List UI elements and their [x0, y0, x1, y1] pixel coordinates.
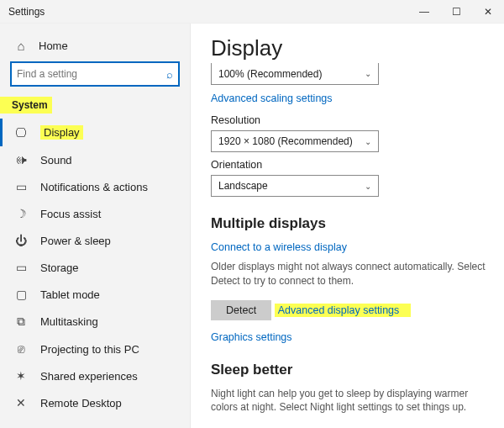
sleep-better-heading: Sleep better: [211, 362, 487, 378]
scale-value: 100% (Recommended): [218, 68, 322, 80]
focus-assist-icon: ☽: [13, 207, 29, 220]
sidebar-item-remote-desktop[interactable]: ✕ Remote Desktop: [0, 389, 190, 416]
connect-wireless-link[interactable]: Connect to a wireless display: [211, 241, 347, 253]
advanced-display-settings-link[interactable]: Advanced display settings: [275, 304, 411, 317]
sidebar-item-label: Remote Desktop: [40, 397, 122, 410]
power-icon: ⏻: [13, 234, 29, 247]
search-wrap: ⌕: [0, 61, 190, 97]
sidebar-item-label: Shared experiences: [40, 370, 138, 383]
orientation-value: Landscape: [218, 180, 268, 192]
home-label: Home: [39, 40, 68, 52]
main-panel: Display 100% (Recommended) ⌄ Advanced sc…: [191, 24, 504, 428]
home-button[interactable]: ⌂ Home: [0, 34, 190, 61]
page-title: Display: [211, 35, 487, 61]
sidebar-item-sound[interactable]: 🕪 Sound: [0, 146, 190, 173]
resolution-combo[interactable]: 1920 × 1080 (Recommended) ⌄: [211, 130, 379, 152]
sidebar-item-label: Display: [40, 125, 83, 140]
graphics-settings-link[interactable]: Graphics settings: [211, 331, 292, 343]
sidebar-item-label: Tablet mode: [40, 288, 100, 301]
sidebar-item-label: Sound: [40, 154, 72, 166]
shared-icon: ✶: [13, 369, 29, 383]
sidebar-item-label: Storage: [40, 262, 79, 274]
window-title: Settings: [8, 6, 45, 18]
sidebar-item-shared-experiences[interactable]: ✶ Shared experiences: [0, 362, 190, 389]
orientation-label: Orientation: [211, 159, 487, 171]
sidebar-item-label: Power & sleep: [40, 235, 111, 247]
multiple-displays-heading: Multiple displays: [211, 215, 487, 232]
scale-combo[interactable]: 100% (Recommended) ⌄: [211, 63, 379, 85]
resolution-value: 1920 × 1080 (Recommended): [218, 135, 353, 147]
sidebar-item-display[interactable]: 🖵 Display: [0, 119, 190, 146]
advanced-scaling-link[interactable]: Advanced scaling settings: [211, 92, 333, 104]
sidebar-item-tablet-mode[interactable]: ▢ Tablet mode: [0, 281, 190, 308]
storage-icon: ▭: [13, 261, 29, 274]
display-icon: 🖵: [13, 126, 29, 140]
tablet-icon: ▢: [13, 288, 29, 301]
sidebar-item-storage[interactable]: ▭ Storage: [0, 254, 190, 281]
older-displays-text: Older displays might not always connect …: [211, 260, 487, 288]
search-box[interactable]: ⌕: [10, 61, 180, 87]
sidebar-item-multitasking[interactable]: ⧉ Multitasking: [0, 308, 190, 336]
maximize-button[interactable]: ☐: [440, 0, 472, 24]
content: ⌂ Home ⌕ System 🖵 Display 🕪 Sound ▭ Noti…: [0, 24, 504, 428]
multitasking-icon: ⧉: [13, 314, 29, 329]
sidebar-item-power-sleep[interactable]: ⏻ Power & sleep: [0, 227, 190, 254]
sidebar-item-label: Projecting to this PC: [40, 343, 139, 356]
group-label-system: System: [0, 97, 52, 114]
projecting-icon: ⎚: [13, 342, 29, 356]
sidebar-item-label: Focus assist: [40, 208, 101, 220]
sleep-better-text: Night light can help you get to sleep by…: [211, 387, 487, 415]
home-icon: ⌂: [13, 39, 29, 53]
sidebar: ⌂ Home ⌕ System 🖵 Display 🕪 Sound ▭ Noti…: [0, 24, 191, 428]
titlebar: Settings — ☐ ✕: [0, 0, 504, 24]
search-input[interactable]: [17, 68, 166, 80]
chevron-down-icon: ⌄: [365, 182, 371, 191]
sidebar-item-projecting[interactable]: ⎚ Projecting to this PC: [0, 336, 190, 362]
remote-icon: ✕: [13, 396, 29, 410]
detect-button[interactable]: Detect: [211, 300, 271, 320]
sidebar-item-label: Notifications & actions: [40, 181, 148, 193]
chevron-down-icon: ⌄: [365, 137, 371, 146]
minimize-button[interactable]: —: [408, 0, 440, 24]
sidebar-item-label: Multitasking: [40, 315, 98, 328]
sidebar-item-notifications[interactable]: ▭ Notifications & actions: [0, 173, 190, 200]
orientation-combo[interactable]: Landscape ⌄: [211, 175, 379, 197]
nav-list: 🖵 Display 🕪 Sound ▭ Notifications & acti…: [0, 119, 190, 416]
chevron-down-icon: ⌄: [365, 69, 371, 78]
notifications-icon: ▭: [13, 180, 29, 193]
close-button[interactable]: ✕: [472, 0, 504, 24]
sound-icon: 🕪: [13, 153, 29, 166]
resolution-label: Resolution: [211, 114, 487, 126]
window-controls: — ☐ ✕: [408, 0, 504, 24]
search-icon: ⌕: [166, 68, 173, 81]
sidebar-item-focus-assist[interactable]: ☽ Focus assist: [0, 200, 190, 227]
